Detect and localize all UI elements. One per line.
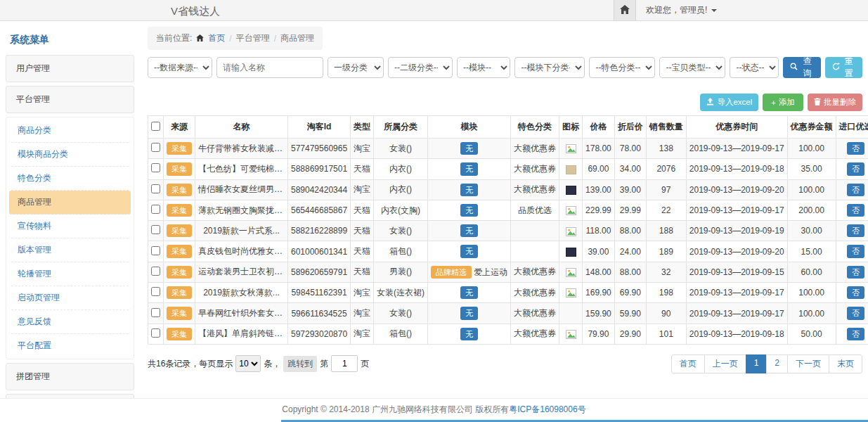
import-select-badge[interactable]: 否 bbox=[847, 142, 864, 155]
breadcrumb-home-link[interactable]: 首页 bbox=[208, 32, 225, 44]
import-select-badge[interactable]: 否 bbox=[847, 162, 864, 175]
sidebar-group[interactable]: 平台管理 bbox=[6, 86, 134, 113]
import-select-badge[interactable]: 否 bbox=[847, 266, 864, 279]
source-badge: 采集 bbox=[167, 307, 192, 319]
coupon-time-cell: 2019-09-13—2019-09-17 bbox=[686, 303, 787, 324]
row-checkbox[interactable] bbox=[151, 225, 160, 234]
row-checkbox[interactable] bbox=[151, 308, 160, 317]
user-menu[interactable]: 欢迎您，管理员! bbox=[636, 0, 868, 20]
category-cell: 女装() bbox=[374, 303, 428, 324]
filter-select-1[interactable]: 一级分类 bbox=[328, 57, 384, 78]
pager-button[interactable]: 末页 bbox=[829, 354, 862, 373]
sidebar-subitem[interactable]: 宣传物料 bbox=[9, 215, 131, 238]
row-checkbox[interactable] bbox=[151, 184, 160, 193]
pagination-summary: 共16条记录，每页显示 10 条， 跳转到 第 页 bbox=[148, 355, 369, 372]
sidebar-subitem[interactable]: 模块商品分类 bbox=[9, 143, 131, 167]
product-thumbnail bbox=[566, 248, 576, 257]
sidebar-subitem[interactable]: 平台配置 bbox=[9, 334, 131, 357]
sidebar-subitem[interactable]: 轮播管理 bbox=[9, 262, 131, 286]
row-checkbox[interactable] bbox=[151, 205, 160, 214]
row-checkbox[interactable] bbox=[151, 287, 160, 296]
coupon-time-cell: 2019-09-13—2019-09-18 bbox=[686, 159, 787, 179]
coupon-amount-cell: 50.00 bbox=[787, 324, 836, 344]
sidebar-group[interactable]: 用户管理 bbox=[6, 55, 134, 82]
filter-select-7[interactable]: --状态-- bbox=[730, 57, 779, 78]
select-all-checkbox[interactable] bbox=[151, 122, 160, 131]
table-row: 采集运动套装男士卫衣初秋...589620659791天猫男装()品牌精选爱上运… bbox=[148, 262, 868, 282]
pager-button[interactable]: 首页 bbox=[671, 354, 705, 373]
import-select-badge[interactable]: 否 bbox=[847, 328, 864, 340]
jump-page-input[interactable] bbox=[331, 355, 358, 372]
pager-button[interactable]: 2 bbox=[766, 354, 788, 373]
type-cell: 天猫 bbox=[351, 241, 374, 262]
module-cell: 无 bbox=[428, 200, 511, 220]
name-search-input[interactable] bbox=[216, 57, 323, 78]
row-checkbox[interactable] bbox=[151, 143, 160, 152]
taoke-id-cell: 589620659791 bbox=[288, 262, 351, 282]
category-cell: 箱包() bbox=[374, 324, 428, 344]
sales-count-cell: 198 bbox=[646, 283, 686, 303]
sidebar-subitem[interactable]: 启动页管理 bbox=[9, 286, 131, 310]
import-select-badge[interactable]: 否 bbox=[847, 307, 864, 319]
row-select-cell bbox=[148, 179, 164, 200]
row-checkbox[interactable] bbox=[151, 163, 160, 172]
filter-select-6[interactable]: --宝贝类型-- bbox=[659, 57, 725, 78]
import-select-badge[interactable]: 否 bbox=[847, 245, 864, 257]
query-button[interactable]: 查询 bbox=[783, 57, 820, 78]
row-select-cell bbox=[148, 221, 164, 241]
feature-category-cell bbox=[511, 221, 559, 241]
sidebar-group[interactable]: 拼团管理 bbox=[6, 363, 134, 390]
batch-delete-button[interactable]: 批量删除 bbox=[808, 94, 862, 111]
home-button[interactable] bbox=[614, 0, 636, 20]
source-cell: 采集 bbox=[164, 283, 195, 303]
sidebar-group-label[interactable]: 拼团管理 bbox=[6, 364, 134, 390]
sidebar-group-label[interactable]: 平台管理 bbox=[6, 87, 134, 113]
row-checkbox[interactable] bbox=[151, 267, 160, 276]
discount-price-cell: 39.00 bbox=[614, 179, 646, 200]
page-size-select[interactable]: 10 bbox=[235, 355, 261, 372]
category-cell: 内衣(文胸) bbox=[374, 200, 428, 220]
product-name-cell: 情侣睡衣女夏丝绸男士... bbox=[195, 179, 288, 200]
row-checkbox[interactable] bbox=[151, 328, 160, 338]
jump-to-button[interactable]: 跳转到 bbox=[283, 356, 317, 372]
sidebar-group-label[interactable]: 用户管理 bbox=[6, 56, 134, 82]
filter-select-4[interactable]: --模块下分类-- bbox=[514, 57, 585, 78]
sidebar-subitem[interactable]: 特色分类 bbox=[9, 167, 131, 191]
sidebar-subitem[interactable]: 意见反馈 bbox=[9, 310, 131, 334]
sidebar-subitem[interactable]: 商品管理 bbox=[9, 191, 131, 215]
module-cell: 无 bbox=[428, 159, 511, 179]
import-select-badge[interactable]: 否 bbox=[847, 204, 864, 217]
import-select-cell: 否 bbox=[836, 139, 868, 159]
filter-select-5[interactable]: --特色分类-- bbox=[589, 57, 655, 78]
summary-mid-text: 条， bbox=[264, 358, 280, 370]
row-checkbox[interactable] bbox=[151, 246, 160, 255]
filter-select-3[interactable]: --模块-- bbox=[457, 57, 511, 78]
discount-price-cell: 88.00 bbox=[614, 221, 646, 241]
category-cell: 男装() bbox=[374, 262, 428, 282]
category-cell: 箱包() bbox=[374, 241, 428, 262]
add-button[interactable]: + 添加 bbox=[763, 94, 803, 111]
import-select-badge[interactable]: 否 bbox=[847, 224, 864, 237]
pager-button[interactable]: 上一页 bbox=[704, 354, 746, 373]
module-badge: 无 bbox=[460, 286, 478, 299]
coupon-time-cell: 2019-09-13—2019-09-17 bbox=[686, 283, 787, 303]
sidebar-subitem[interactable]: 版本管理 bbox=[9, 238, 131, 262]
icon-cell bbox=[559, 303, 583, 324]
breadcrumb-item-goods: 商品管理 bbox=[280, 32, 314, 44]
price-cell: 79.90 bbox=[583, 324, 615, 344]
records-count-text: 共16条记录，每页显示 bbox=[148, 358, 233, 370]
column-header: 优惠券时间 bbox=[686, 116, 787, 139]
import-excel-button[interactable]: 导入excel bbox=[700, 94, 758, 111]
filter-select-2[interactable]: --二级分类-- bbox=[388, 57, 453, 78]
image-placeholder-icon bbox=[566, 227, 576, 236]
import-select-badge[interactable]: 否 bbox=[847, 184, 864, 196]
icp-link[interactable]: 粤ICP备16098006号 bbox=[509, 404, 585, 416]
discount-price-cell: 24.00 bbox=[614, 241, 646, 262]
column-header: 名称 bbox=[195, 116, 288, 139]
sidebar-subitem[interactable]: 商品分类 bbox=[9, 119, 131, 143]
pager-button[interactable]: 1 bbox=[746, 354, 767, 373]
filter-select-0[interactable]: --数据来源-- bbox=[148, 57, 212, 78]
reset-button[interactable]: 重置 bbox=[825, 57, 862, 78]
import-select-badge[interactable]: 否 bbox=[847, 286, 864, 299]
pager-button[interactable]: 下一页 bbox=[787, 354, 829, 373]
